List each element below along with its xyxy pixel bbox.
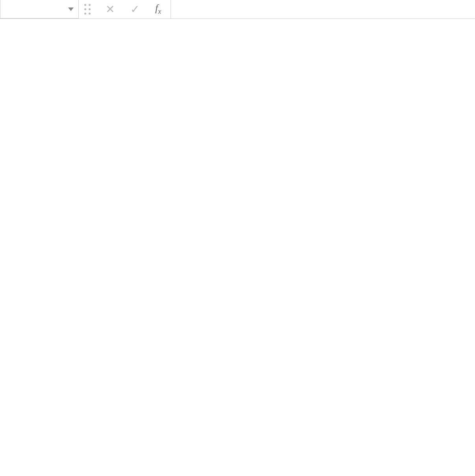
enter-icon[interactable]: ✓ xyxy=(128,3,142,16)
formula-bar: ✕ ✓ fx xyxy=(0,0,475,19)
chevron-down-icon[interactable] xyxy=(68,7,74,11)
formula-bar-buttons: ✕ ✓ fx xyxy=(96,0,171,19)
formula-input[interactable] xyxy=(171,0,475,19)
name-box[interactable] xyxy=(0,0,79,19)
cancel-icon[interactable]: ✕ xyxy=(103,3,117,16)
drag-handle-icon[interactable] xyxy=(79,4,96,15)
fx-icon[interactable]: fx xyxy=(153,2,163,16)
